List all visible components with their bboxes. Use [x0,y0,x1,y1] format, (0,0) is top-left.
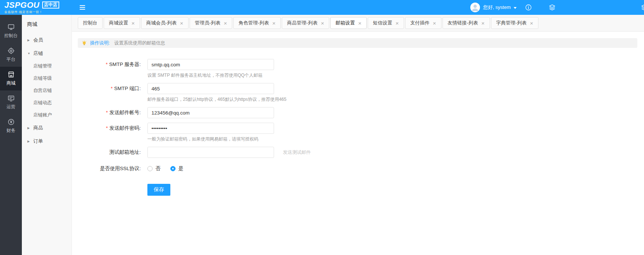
tab-item[interactable]: 角色管理-列表× [233,17,281,29]
send-test-email-link[interactable]: 发送测试邮件 [283,149,311,156]
tip-label: 操作说明: [90,40,110,46]
tab-item[interactable]: 商品管理-列表× [282,17,329,29]
sidebar-item-mall[interactable]: 商城 [0,67,22,90]
radio-label: 是 [178,163,184,174]
tab-label: 支付插件 [410,20,430,26]
layers-icon[interactable] [540,0,564,15]
main-content: 操作说明: 设置系统使用的邮箱信息 *SMTP 服务器:设置 SMTP 邮件服务… [72,32,644,255]
user-greeting[interactable]: 您好, system [483,4,511,11]
email-settings-form: *SMTP 服务器:设置 SMTP 邮件服务器主机地址，不推荐使用QQ个人邮箱*… [72,59,644,196]
operation-icon [7,95,15,102]
tab-close-icon[interactable]: × [530,20,533,26]
required-asterisk: * [106,125,108,131]
tip-text: 设置系统使用的邮箱信息 [114,40,165,46]
tab-item[interactable]: 商城设置× [104,17,140,29]
partially-visible-edge-icon[interactable] [641,4,644,11]
tab-close-icon[interactable]: × [272,20,276,26]
sidebar-item-operation[interactable]: 运营 [0,90,22,114]
sidebar-item-label: 控制台 [4,33,18,39]
tab-label: 商品管理-列表 [287,20,317,26]
submenu-child-item[interactable]: 店铺等级 [22,72,71,85]
sidebar-item-finance[interactable]: 财务 [0,114,22,138]
ssl-radio-group: 否是 [147,163,183,174]
submenu-item-member[interactable]: ▶会员 [22,33,71,47]
submenu-child-item[interactable]: 店铺动态 [22,97,71,109]
tab-close-icon[interactable]: × [396,20,399,26]
field-label: *SMTP 服务器: [72,59,144,79]
mall-icon [7,71,15,78]
tab-close-icon[interactable]: × [481,20,485,26]
chevron-down-icon[interactable] [514,7,517,9]
avatar[interactable] [470,3,480,12]
tab-close-icon[interactable]: × [433,20,436,26]
form-rows: *SMTP 服务器:设置 SMTP 邮件服务器主机地址，不推荐使用QQ个人邮箱*… [72,59,644,158]
tab-label: 邮箱设置 [336,20,355,26]
field-help-text: 邮件服务器端口，25默认http协议，465默认为https协议，推荐使用465 [147,96,286,103]
sidebar-item-platform[interactable]: 平台 [0,43,22,67]
submenu-item-goods[interactable]: ▶商品 [22,121,71,135]
chevron-down-icon: ▼ [27,52,31,55]
tip-bar: 操作说明: 设置系统使用的邮箱信息 [78,38,637,48]
tab-item[interactable]: 支付插件× [405,17,441,29]
submenu-child-item[interactable]: 店铺账户 [22,109,71,121]
tab-item[interactable]: 友情链接-列表× [443,17,490,29]
platform-icon [7,47,15,54]
tab-bar: 控制台商城设置×商城会员-列表×管理员-列表×角色管理-列表×商品管理-列表×邮… [72,15,644,32]
tab-item[interactable]: 商城会员-列表× [141,17,188,29]
form-row: *SMTP 服务器:设置 SMTP 邮件服务器主机地址，不推荐使用QQ个人邮箱 [72,59,644,79]
header-right-cluster: 您好, system [470,0,564,15]
tab-close-icon[interactable]: × [131,20,135,26]
tab-item[interactable]: 字典管理-列表× [491,17,538,29]
radio-selected-icon[interactable] [170,166,176,171]
ssl-radio-yes[interactable]: 是 [170,163,184,174]
tab-label: 字典管理-列表 [496,20,527,26]
submenu-item-label: 商品 [33,125,43,131]
field-label: *SMTP 端口: [72,83,144,103]
chevron-right-icon: ▶ [27,126,31,130]
tab-label: 控制台 [83,20,97,26]
submenu-item-order[interactable]: ▶订单 [22,135,71,148]
tab-label: 短信设置 [373,20,392,26]
radio-label: 否 [156,163,161,174]
submenu-child-item[interactable]: 店铺管理 [22,60,71,72]
submenu-child-item[interactable]: 自营店铺 [22,85,71,97]
field-help-text: 一般为验证邮箱密码，如果使用网易邮箱，请填写授权码 [147,136,274,142]
radio-unselected-icon[interactable] [147,166,153,171]
brand-area: JSPGOU 店中店 金磊软件·稳定压倒一切！ [0,0,72,15]
tab-item[interactable]: 短信设置× [368,17,404,29]
ssl-protocol-row: 是否使用SSL协议: 否是 [72,163,644,174]
submenu-item-shop[interactable]: ▼店铺 [22,47,71,60]
app-window: JSPGOU 店中店 金磊软件·稳定压倒一切！ 您好, system [0,0,644,255]
info-icon[interactable] [517,0,540,15]
submenu-item-label: 店铺 [33,50,43,57]
submenu-list: ▶会员▼店铺店铺管理店铺等级自营店铺店铺动态店铺账户▶商品▶订单 [22,33,71,148]
tab-label: 商城会员-列表 [146,20,177,26]
sender-email-input[interactable] [147,107,274,118]
field-label: *发送邮件帐号: [72,107,144,118]
sender-password-input[interactable] [147,123,274,134]
tab-item[interactable]: 邮箱设置× [330,17,367,29]
brand-slogan: 金磊软件·稳定压倒一切！ [4,10,72,14]
ssl-radio-no[interactable]: 否 [147,163,161,174]
tab-item[interactable]: 控制台 [78,17,103,29]
test-email-input[interactable] [147,147,274,158]
save-button[interactable]: 保存 [147,184,170,196]
smtp-server-input[interactable] [147,59,274,70]
field-label: *发送邮件密码: [72,123,144,142]
sidebar-item-console[interactable]: 控制台 [0,19,22,43]
smtp-port-input[interactable] [147,83,274,94]
form-row: *发送邮件密码:一般为验证邮箱密码，如果使用网易邮箱，请填写授权码 [72,123,644,142]
form-row: *SMTP 端口:邮件服务器端口，25默认http协议，465默认为https协… [72,83,644,103]
hamburger-icon[interactable] [75,0,90,15]
tab-close-icon[interactable]: × [180,20,183,26]
sidebar-item-label: 商城 [7,80,16,86]
tab-item[interactable]: 管理员-列表× [190,17,232,29]
tab-close-icon[interactable]: × [321,20,324,26]
console-icon [7,23,15,31]
tab-close-icon[interactable]: × [224,20,227,26]
sidebar-item-label: 平台 [7,56,16,63]
logo-badge: 店中店 [42,1,59,9]
tab-close-icon[interactable]: × [358,20,361,26]
required-asterisk: * [106,110,108,115]
tab-label: 友情链接-列表 [448,20,478,26]
